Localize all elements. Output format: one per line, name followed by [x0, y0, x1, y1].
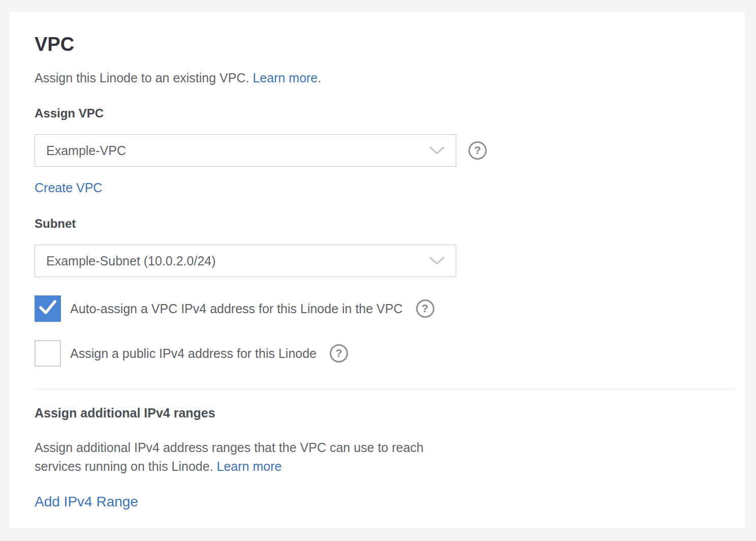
assign-public-ipv4-label: Assign a public IPv4 address for this Li…	[70, 346, 317, 361]
section-divider	[35, 389, 736, 389]
help-icon[interactable]: ?	[330, 344, 348, 363]
ipv4-ranges-learn-more-link[interactable]: Learn more	[217, 459, 282, 473]
assign-public-ipv4-row: Assign a public IPv4 address for this Li…	[35, 340, 724, 367]
panel-title: VPC	[35, 33, 724, 55]
ipv4-ranges-description: Assign additional IPv4 address ranges th…	[35, 438, 492, 476]
page-background: VPC Assign this Linode to an existing VP…	[0, 0, 756, 541]
assign-vpc-select[interactable]: Example-VPC	[35, 134, 456, 167]
help-icon[interactable]: ?	[416, 299, 434, 318]
panel-description-period: .	[318, 71, 321, 85]
vpc-learn-more-link[interactable]: Learn more	[253, 71, 318, 85]
assign-vpc-label: Assign VPC	[35, 106, 724, 121]
ipv4-ranges-description-line1: Assign additional IPv4 address ranges th…	[35, 440, 424, 455]
chevron-down-icon	[429, 146, 445, 155]
auto-assign-vpc-ipv4-row: Auto-assign a VPC IPv4 address for this …	[35, 295, 724, 322]
assign-vpc-field-row: Example-VPC ?	[35, 134, 724, 167]
subnet-selected-value: Example-Subnet (10.0.2.0/24)	[46, 254, 216, 268]
panel-description-text: Assign this Linode to an existing VPC.	[35, 71, 249, 85]
check-icon	[39, 300, 56, 317]
assign-vpc-selected-value: Example-VPC	[46, 143, 126, 158]
panel-description: Assign this Linode to an existing VPC. L…	[35, 69, 724, 86]
chevron-down-icon	[429, 257, 445, 265]
help-icon[interactable]: ?	[468, 141, 487, 160]
create-vpc-link[interactable]: Create VPC	[35, 179, 102, 196]
add-ipv4-range-link[interactable]: Add IPv4 Range	[35, 493, 138, 510]
auto-assign-vpc-ipv4-label: Auto-assign a VPC IPv4 address for this …	[70, 302, 403, 316]
subnet-select[interactable]: Example-Subnet (10.0.2.0/24)	[35, 245, 456, 277]
vpc-panel: VPC Assign this Linode to an existing VP…	[10, 12, 745, 528]
ipv4-ranges-description-line2: services running on this Linode.	[35, 459, 213, 473]
assign-public-ipv4-checkbox[interactable]	[35, 340, 61, 367]
subnet-label: Subnet	[35, 216, 724, 231]
auto-assign-vpc-ipv4-checkbox[interactable]	[35, 295, 61, 322]
subnet-field-row: Example-Subnet (10.0.2.0/24)	[35, 245, 724, 277]
ipv4-ranges-title: Assign additional IPv4 ranges	[35, 405, 724, 421]
